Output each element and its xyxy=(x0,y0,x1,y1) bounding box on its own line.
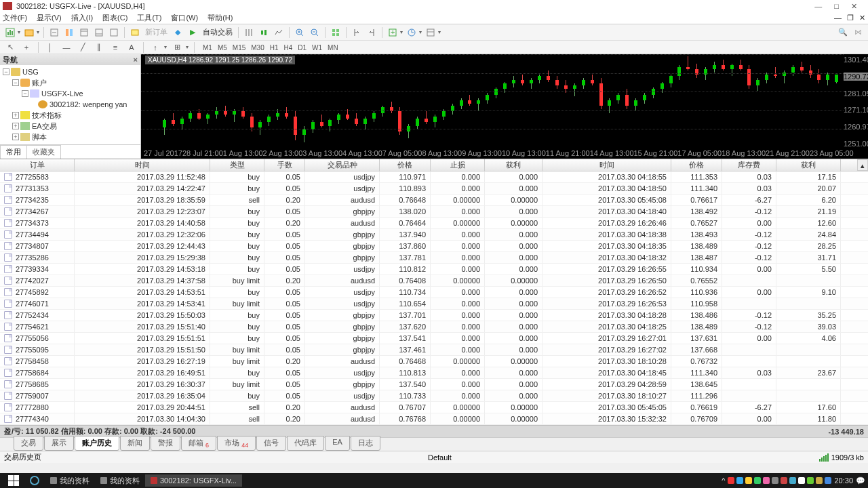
crosshair-icon[interactable]: + xyxy=(20,41,33,54)
tree-ea[interactable]: +EA交易 xyxy=(0,121,140,131)
col-price[interactable]: 价格 xyxy=(380,159,431,171)
col-type[interactable]: 类型 xyxy=(210,159,264,171)
timeframe-m1[interactable]: M1 xyxy=(200,44,215,52)
channel-icon[interactable]: ∥ xyxy=(93,41,105,54)
zoom-out-icon[interactable] xyxy=(309,26,321,39)
col-tp[interactable]: 获利 xyxy=(485,159,542,171)
menu-view[interactable]: 显示(V) xyxy=(37,13,62,23)
terminal-tab[interactable]: 日志 xyxy=(351,436,380,451)
candle-chart-icon[interactable] xyxy=(258,26,270,39)
dropdown-icon[interactable]: ▾ xyxy=(400,29,403,35)
fibonacci-icon[interactable]: ≡ xyxy=(109,41,121,54)
tile-windows-icon[interactable] xyxy=(330,26,342,39)
timeframe-d1[interactable]: D1 xyxy=(295,44,309,52)
table-row[interactable]: 27755095 2017.03.29 15:51:50buy limit0.0… xyxy=(0,344,868,356)
timeframe-h1[interactable]: H1 xyxy=(267,44,281,52)
taskbar-item[interactable]: 我的资料 xyxy=(45,474,95,487)
terminal-tab[interactable]: 展示 xyxy=(44,436,74,451)
horizontal-line-icon[interactable]: — xyxy=(60,41,73,54)
scroll-up-button[interactable]: ▴ xyxy=(857,159,868,171)
terminal-icon[interactable] xyxy=(93,26,105,39)
table-row[interactable]: 27742027 2017.03.29 14:37:58buy limit0.2… xyxy=(0,275,868,287)
periodicity-icon[interactable] xyxy=(406,26,418,39)
tree-server[interactable]: −USGFX-Live xyxy=(0,88,140,99)
terminal-tab[interactable]: 警报 xyxy=(151,436,180,451)
col-close-time[interactable]: 时间 xyxy=(542,159,671,171)
start-button[interactable] xyxy=(3,474,24,487)
table-row[interactable]: 27774340 2017.03.30 14:04:30sell0.20 aud… xyxy=(0,413,868,425)
text-icon[interactable]: A xyxy=(125,41,138,54)
table-row[interactable]: 27758458 2017.03.29 16:27:19buy limit0.2… xyxy=(0,356,868,367)
terminal-tab[interactable]: 新闻 xyxy=(120,436,150,451)
clock[interactable]: 20:30 xyxy=(834,476,853,485)
dropdown-icon[interactable]: ▾ xyxy=(18,29,20,35)
market-watch-icon[interactable] xyxy=(48,26,60,39)
mdi-minimize-icon[interactable]: — xyxy=(834,14,842,22)
table-row[interactable]: 27734235 2017.03.29 18:35:59sell0.20 aud… xyxy=(0,195,868,206)
taskbar-item[interactable]: 我的资料 xyxy=(95,474,145,487)
timeframe-h4[interactable]: H4 xyxy=(281,44,296,52)
dropdown-icon[interactable]: ▾ xyxy=(419,29,422,35)
search-icon[interactable]: 🔍 xyxy=(837,26,849,39)
tree-accounts[interactable]: −账户 xyxy=(0,77,140,88)
nav-tab-favorites[interactable]: 收藏夹 xyxy=(26,145,61,159)
table-row[interactable]: 27734373 2017.03.29 14:40:58buy0.20 audu… xyxy=(0,218,868,229)
col-order[interactable]: 订单 xyxy=(0,159,75,171)
table-row[interactable]: 27745892 2017.03.29 14:53:51buy0.05 usdj… xyxy=(0,287,868,298)
close-button[interactable]: ✕ xyxy=(851,2,857,11)
table-row[interactable]: 27772880 2017.03.29 20:44:51sell0.20 aud… xyxy=(0,402,868,413)
table-row[interactable]: 27725583 2017.03.29 11:52:48buy0.05 usdj… xyxy=(0,171,868,183)
menu-file[interactable]: 文件(F) xyxy=(3,13,27,23)
menu-insert[interactable]: 插入(I) xyxy=(71,13,93,23)
table-row[interactable]: 27734267 2017.03.29 12:23:07buy0.05 gbpj… xyxy=(0,206,868,218)
timeframe-m15[interactable]: M15 xyxy=(230,44,248,52)
tray-expand-icon[interactable]: ^ xyxy=(722,476,725,485)
objects-icon[interactable]: ⊞ xyxy=(171,41,183,54)
table-row[interactable]: 27734807 2017.03.29 12:44:43buy0.05 gbpj… xyxy=(0,241,868,252)
cortana-button[interactable] xyxy=(24,474,45,487)
table-row[interactable]: 27758685 2017.03.29 16:30:37buy limit0.0… xyxy=(0,379,868,390)
indicators-icon[interactable]: + xyxy=(387,26,399,39)
shift-chart-icon[interactable] xyxy=(351,26,363,39)
maximize-button[interactable]: □ xyxy=(834,2,839,11)
mdi-restore-icon[interactable]: ❐ xyxy=(847,14,854,22)
vertical-line-icon[interactable]: │ xyxy=(44,41,56,54)
new-chart-icon[interactable] xyxy=(4,26,16,39)
table-row[interactable]: 27746071 2017.03.29 14:53:41buy limit0.0… xyxy=(0,298,868,310)
terminal-tab[interactable]: 交易 xyxy=(14,436,43,451)
new-order-icon[interactable] xyxy=(129,26,141,39)
table-row[interactable]: 27759007 2017.03.29 16:35:04buy0.05 usdj… xyxy=(0,390,868,402)
taskbar-item[interactable]: 3002182: USGFX-Liv... xyxy=(145,474,242,487)
chart-area[interactable]: XAUUSD,H4 1286.92 1291.25 1286.26 1290.7… xyxy=(141,54,868,159)
col-swap[interactable]: 库存费 xyxy=(722,159,776,171)
mdi-close-icon[interactable]: ✕ xyxy=(859,14,865,22)
terminal-tab[interactable]: 代码库 xyxy=(287,436,324,451)
zoom-in-icon[interactable] xyxy=(294,26,306,39)
timeframe-m5[interactable]: M5 xyxy=(215,44,230,52)
dropdown-icon[interactable]: ▾ xyxy=(438,29,441,35)
col-profit[interactable]: 获利 xyxy=(776,159,841,171)
cursor-icon[interactable]: ↖ xyxy=(4,41,16,54)
auto-scroll-icon[interactable] xyxy=(366,26,378,39)
arrows-icon[interactable]: ↑ xyxy=(149,41,161,54)
terminal-tab[interactable]: 账户历史 xyxy=(75,436,119,451)
menu-chart[interactable]: 图表(C) xyxy=(102,13,127,23)
table-row[interactable]: 27734494 2017.03.29 12:32:06buy0.05 gbpj… xyxy=(0,229,868,241)
col-sl[interactable]: 止损 xyxy=(431,159,485,171)
new-order-button[interactable]: 新订单 xyxy=(145,27,167,37)
tree-scripts[interactable]: +脚本 xyxy=(0,131,140,142)
mql-icon[interactable]: ⋈ xyxy=(852,26,864,39)
terminal-tab[interactable]: 信号 xyxy=(256,436,286,451)
close-panel-icon[interactable]: × xyxy=(134,56,138,64)
menu-tools[interactable]: 工具(T) xyxy=(137,13,161,23)
terminal-tab[interactable]: EA xyxy=(325,436,350,451)
col-lots[interactable]: 手数 xyxy=(264,159,305,171)
table-row[interactable]: 27754621 2017.03.29 15:51:40buy0.05 gbpj… xyxy=(0,321,868,333)
dropdown-icon[interactable]: ▾ xyxy=(37,29,39,35)
auto-trade-button[interactable]: 自动交易 xyxy=(203,27,233,37)
trendline-icon[interactable]: ╱ xyxy=(77,41,89,54)
templates-icon[interactable] xyxy=(425,26,437,39)
col-close-price[interactable]: 价格 xyxy=(671,159,722,171)
data-window-icon[interactable] xyxy=(63,26,75,39)
timeframe-m30[interactable]: M30 xyxy=(248,44,267,52)
